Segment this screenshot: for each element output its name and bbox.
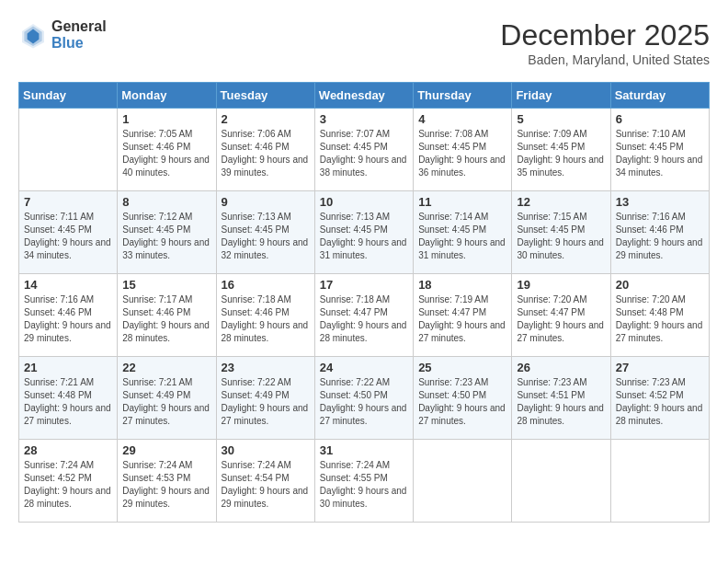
calendar-cell: 6Sunrise: 7:10 AMSunset: 4:45 PMDaylight… xyxy=(610,109,709,191)
calendar-cell xyxy=(512,440,610,523)
day-number: 23 xyxy=(222,361,310,374)
day-number: 12 xyxy=(517,195,605,209)
calendar-cell: 16Sunrise: 7:18 AMSunset: 4:46 PMDayligh… xyxy=(216,274,314,357)
day-number: 14 xyxy=(24,278,112,292)
day-number: 21 xyxy=(24,361,112,374)
day-number: 4 xyxy=(418,112,506,126)
calendar-week-row: 7Sunrise: 7:11 AMSunset: 4:45 PMDaylight… xyxy=(19,191,710,274)
title-block: December 2025 Baden, Maryland, United St… xyxy=(500,18,710,67)
calendar-week-row: 28Sunrise: 7:24 AMSunset: 4:52 PMDayligh… xyxy=(19,440,710,523)
calendar-cell: 1Sunrise: 7:05 AMSunset: 4:46 PMDaylight… xyxy=(118,109,216,191)
day-number: 9 xyxy=(222,195,310,209)
day-info: Sunrise: 7:20 AMSunset: 4:47 PMDaylight:… xyxy=(517,293,605,345)
logo-icon xyxy=(18,20,48,50)
day-number: 30 xyxy=(222,443,310,457)
calendar-cell: 27Sunrise: 7:23 AMSunset: 4:52 PMDayligh… xyxy=(610,357,709,440)
calendar-cell: 24Sunrise: 7:22 AMSunset: 4:50 PMDayligh… xyxy=(314,357,413,440)
logo-blue-text: Blue xyxy=(51,35,107,52)
calendar-cell: 17Sunrise: 7:18 AMSunset: 4:47 PMDayligh… xyxy=(314,274,413,357)
day-of-week-header: Wednesday xyxy=(314,83,413,109)
day-number: 20 xyxy=(616,278,704,292)
calendar-cell: 8Sunrise: 7:12 AMSunset: 4:45 PMDaylight… xyxy=(118,191,216,274)
day-info: Sunrise: 7:09 AMSunset: 4:45 PMDaylight:… xyxy=(517,128,605,179)
day-number: 26 xyxy=(517,361,605,374)
day-number: 29 xyxy=(122,443,210,457)
calendar-cell: 21Sunrise: 7:21 AMSunset: 4:48 PMDayligh… xyxy=(19,357,118,440)
day-info: Sunrise: 7:22 AMSunset: 4:50 PMDaylight:… xyxy=(320,376,408,428)
day-number: 22 xyxy=(122,361,210,374)
calendar-cell: 25Sunrise: 7:23 AMSunset: 4:50 PMDayligh… xyxy=(414,357,512,440)
day-info: Sunrise: 7:24 AMSunset: 4:52 PMDaylight:… xyxy=(24,459,112,511)
day-info: Sunrise: 7:24 AMSunset: 4:55 PMDaylight:… xyxy=(320,459,408,511)
calendar-cell xyxy=(414,440,512,523)
day-info: Sunrise: 7:16 AMSunset: 4:46 PMDaylight:… xyxy=(24,293,112,345)
calendar-cell: 15Sunrise: 7:17 AMSunset: 4:46 PMDayligh… xyxy=(118,274,216,357)
calendar-header-row: SundayMondayTuesdayWednesdayThursdayFrid… xyxy=(19,83,710,109)
calendar-cell: 3Sunrise: 7:07 AMSunset: 4:45 PMDaylight… xyxy=(314,109,413,191)
day-of-week-header: Thursday xyxy=(414,83,512,109)
day-info: Sunrise: 7:13 AMSunset: 4:45 PMDaylight:… xyxy=(320,211,408,262)
day-info: Sunrise: 7:15 AMSunset: 4:45 PMDaylight:… xyxy=(517,211,605,262)
day-info: Sunrise: 7:07 AMSunset: 4:45 PMDaylight:… xyxy=(320,128,408,179)
day-info: Sunrise: 7:10 AMSunset: 4:45 PMDaylight:… xyxy=(616,128,704,179)
page-header: General Blue December 2025 Baden, Maryla… xyxy=(18,18,710,67)
day-info: Sunrise: 7:08 AMSunset: 4:45 PMDaylight:… xyxy=(418,128,506,179)
day-of-week-header: Friday xyxy=(512,83,610,109)
calendar-week-row: 14Sunrise: 7:16 AMSunset: 4:46 PMDayligh… xyxy=(19,274,710,357)
day-number: 5 xyxy=(517,112,605,126)
day-number: 6 xyxy=(616,112,704,126)
day-info: Sunrise: 7:11 AMSunset: 4:45 PMDaylight:… xyxy=(24,211,112,262)
day-info: Sunrise: 7:06 AMSunset: 4:46 PMDaylight:… xyxy=(222,128,310,179)
day-number: 24 xyxy=(320,361,408,374)
day-info: Sunrise: 7:14 AMSunset: 4:45 PMDaylight:… xyxy=(418,211,506,262)
day-info: Sunrise: 7:18 AMSunset: 4:47 PMDaylight:… xyxy=(320,293,408,345)
calendar-cell: 9Sunrise: 7:13 AMSunset: 4:45 PMDaylight… xyxy=(216,191,314,274)
day-of-week-header: Monday xyxy=(118,83,216,109)
calendar-cell: 18Sunrise: 7:19 AMSunset: 4:47 PMDayligh… xyxy=(414,274,512,357)
calendar-cell: 30Sunrise: 7:24 AMSunset: 4:54 PMDayligh… xyxy=(216,440,314,523)
calendar-cell: 26Sunrise: 7:23 AMSunset: 4:51 PMDayligh… xyxy=(512,357,610,440)
day-number: 11 xyxy=(418,195,506,209)
day-number: 28 xyxy=(24,443,112,457)
day-of-week-header: Sunday xyxy=(19,83,118,109)
day-info: Sunrise: 7:23 AMSunset: 4:50 PMDaylight:… xyxy=(418,376,506,428)
calendar-cell: 7Sunrise: 7:11 AMSunset: 4:45 PMDaylight… xyxy=(19,191,118,274)
calendar-cell: 23Sunrise: 7:22 AMSunset: 4:49 PMDayligh… xyxy=(216,357,314,440)
calendar-cell: 12Sunrise: 7:15 AMSunset: 4:45 PMDayligh… xyxy=(512,191,610,274)
day-number: 1 xyxy=(122,112,210,126)
day-number: 27 xyxy=(616,361,704,374)
calendar-cell xyxy=(19,109,118,191)
day-info: Sunrise: 7:18 AMSunset: 4:46 PMDaylight:… xyxy=(222,293,310,345)
day-number: 8 xyxy=(122,195,210,209)
calendar-cell: 28Sunrise: 7:24 AMSunset: 4:52 PMDayligh… xyxy=(19,440,118,523)
calendar-cell: 11Sunrise: 7:14 AMSunset: 4:45 PMDayligh… xyxy=(414,191,512,274)
calendar-cell: 10Sunrise: 7:13 AMSunset: 4:45 PMDayligh… xyxy=(314,191,413,274)
calendar-cell: 31Sunrise: 7:24 AMSunset: 4:55 PMDayligh… xyxy=(314,440,413,523)
day-info: Sunrise: 7:24 AMSunset: 4:54 PMDaylight:… xyxy=(222,459,310,511)
calendar-week-row: 21Sunrise: 7:21 AMSunset: 4:48 PMDayligh… xyxy=(19,357,710,440)
calendar-cell: 4Sunrise: 7:08 AMSunset: 4:45 PMDaylight… xyxy=(414,109,512,191)
day-number: 17 xyxy=(320,278,408,292)
calendar-cell xyxy=(610,440,709,523)
calendar-cell: 22Sunrise: 7:21 AMSunset: 4:49 PMDayligh… xyxy=(118,357,216,440)
day-number: 7 xyxy=(24,195,112,209)
day-info: Sunrise: 7:23 AMSunset: 4:52 PMDaylight:… xyxy=(616,376,704,428)
day-info: Sunrise: 7:24 AMSunset: 4:53 PMDaylight:… xyxy=(122,459,210,511)
logo: General Blue xyxy=(18,18,107,51)
calendar-cell: 5Sunrise: 7:09 AMSunset: 4:45 PMDaylight… xyxy=(512,109,610,191)
day-number: 19 xyxy=(517,278,605,292)
calendar-cell: 19Sunrise: 7:20 AMSunset: 4:47 PMDayligh… xyxy=(512,274,610,357)
calendar-table: SundayMondayTuesdayWednesdayThursdayFrid… xyxy=(18,82,710,523)
calendar-cell: 2Sunrise: 7:06 AMSunset: 4:46 PMDaylight… xyxy=(216,109,314,191)
day-number: 25 xyxy=(418,361,506,374)
day-info: Sunrise: 7:05 AMSunset: 4:46 PMDaylight:… xyxy=(122,128,210,179)
day-number: 16 xyxy=(222,278,310,292)
day-info: Sunrise: 7:21 AMSunset: 4:48 PMDaylight:… xyxy=(24,376,112,428)
calendar-cell: 14Sunrise: 7:16 AMSunset: 4:46 PMDayligh… xyxy=(19,274,118,357)
day-of-week-header: Saturday xyxy=(610,83,709,109)
day-number: 18 xyxy=(418,278,506,292)
day-info: Sunrise: 7:13 AMSunset: 4:45 PMDaylight:… xyxy=(222,211,310,262)
calendar-cell: 13Sunrise: 7:16 AMSunset: 4:46 PMDayligh… xyxy=(610,191,709,274)
calendar-week-row: 1Sunrise: 7:05 AMSunset: 4:46 PMDaylight… xyxy=(19,109,710,191)
day-info: Sunrise: 7:21 AMSunset: 4:49 PMDaylight:… xyxy=(122,376,210,428)
